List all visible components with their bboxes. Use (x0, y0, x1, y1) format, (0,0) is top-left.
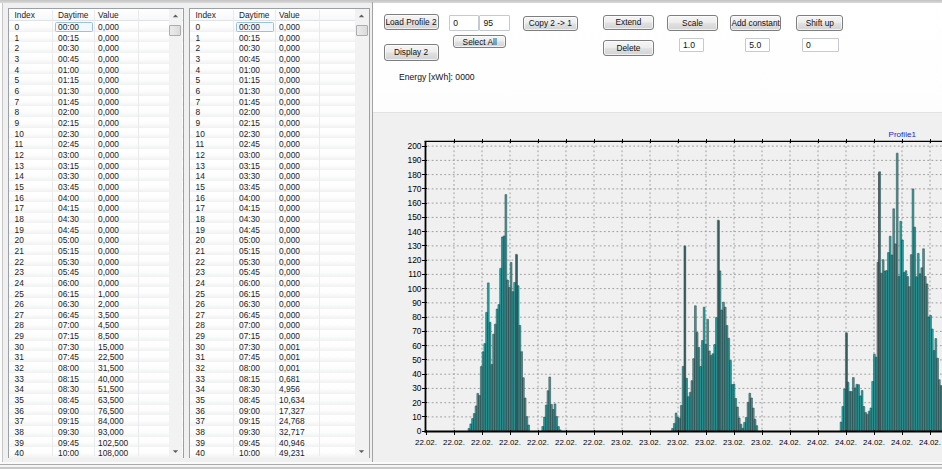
svg-text:180: 180 (408, 170, 422, 180)
svg-text:24.02.: 24.02. (779, 438, 801, 447)
svg-text:23.02.: 23.02. (667, 438, 689, 447)
svg-text:150: 150 (408, 212, 422, 222)
svg-text:50: 50 (412, 355, 422, 365)
svg-text:190: 190 (408, 155, 422, 165)
svg-text:60: 60 (412, 341, 422, 351)
svg-text:90: 90 (412, 298, 422, 308)
svg-text:22.02.: 22.02. (499, 438, 521, 447)
svg-text:0: 0 (417, 426, 422, 436)
svg-text:130: 130 (408, 241, 422, 251)
svg-text:70: 70 (412, 326, 422, 336)
svg-text:22.02.: 22.02. (415, 438, 437, 447)
svg-text:22.02.: 22.02. (555, 438, 577, 447)
svg-text:24.02.: 24.02. (835, 438, 857, 447)
svg-text:24.02.: 24.02. (891, 438, 913, 447)
svg-text:24.02.: 24.02. (919, 438, 941, 447)
svg-text:22.02.: 22.02. (527, 438, 549, 447)
svg-text:23.02.: 23.02. (695, 438, 717, 447)
svg-text:110: 110 (408, 269, 422, 279)
svg-text:22.02.: 22.02. (443, 438, 465, 447)
svg-text:23.02.: 23.02. (723, 438, 745, 447)
svg-text:22.02.: 22.02. (583, 438, 605, 447)
svg-text:23.02.: 23.02. (751, 438, 773, 447)
svg-text:30: 30 (412, 383, 422, 393)
svg-text:80: 80 (412, 312, 422, 322)
svg-text:10: 10 (412, 412, 422, 422)
svg-text:170: 170 (408, 184, 422, 194)
svg-text:140: 140 (408, 227, 422, 237)
svg-text:22.02.: 22.02. (471, 438, 493, 447)
svg-text:23.02.: 23.02. (611, 438, 633, 447)
svg-text:24.02.: 24.02. (863, 438, 885, 447)
svg-text:23.02.: 23.02. (639, 438, 661, 447)
svg-text:24.02.: 24.02. (807, 438, 829, 447)
svg-text:160: 160 (408, 198, 422, 208)
svg-text:Profile1: Profile1 (889, 130, 917, 139)
svg-text:40: 40 (412, 369, 422, 379)
svg-text:20: 20 (412, 398, 422, 408)
svg-text:100: 100 (408, 284, 422, 294)
svg-text:120: 120 (408, 255, 422, 265)
svg-text:200: 200 (408, 141, 422, 151)
